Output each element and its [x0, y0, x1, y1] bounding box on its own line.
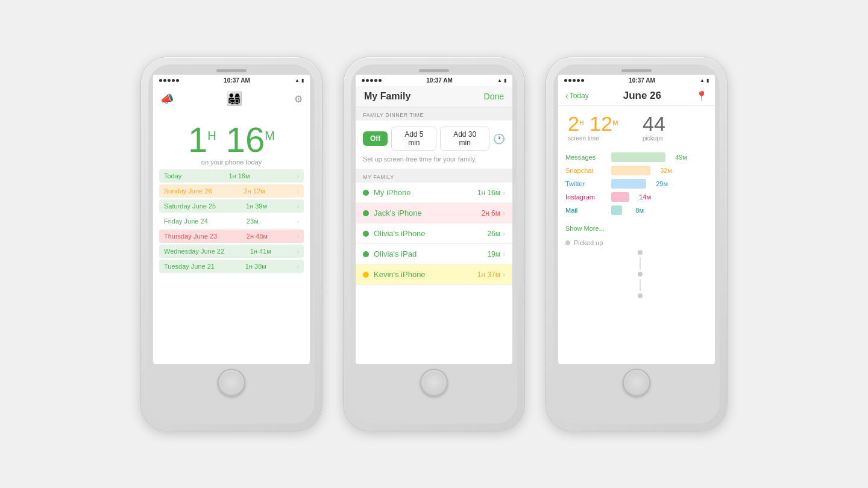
location-icon-1: ▲: [295, 78, 300, 83]
app-name-messages: Messages: [565, 154, 608, 161]
day-list: Today 1н 16м › Sunday June 26 2н 12м › S…: [153, 169, 310, 273]
megaphone-icon[interactable]: 📣: [160, 92, 174, 105]
timeline-dot-3: [638, 293, 643, 298]
family-list: My iPhone 1н 16м › Jack's iPhone 2н 6м ›…: [356, 183, 512, 285]
done-button[interactable]: Done: [484, 92, 504, 101]
location-pin-icon[interactable]: 📍: [696, 90, 708, 102]
app-time-twitter: 29м: [650, 180, 668, 187]
pickup-dot-icon: [565, 240, 570, 245]
chevron-jack: ›: [503, 209, 505, 217]
battery-icon-3: ▮: [706, 78, 709, 83]
family-name-olivia-ipad: Olivia's iPad: [374, 249, 487, 258]
dinner-section-header: FAMILY DINNER TIME: [356, 107, 512, 120]
chevron-wed: ›: [297, 248, 299, 255]
day-row-sat[interactable]: Saturday June 25 1н 39м ›: [159, 199, 304, 213]
day-row-tue[interactable]: Tuesday June 21 1н 38м ›: [159, 260, 304, 273]
family-time-kevin: 1н 37м: [477, 271, 500, 279]
header-date: June 26: [589, 90, 696, 102]
pickup-section: Picked up: [558, 234, 715, 303]
day-time-fri: 23м: [247, 217, 259, 225]
off-button[interactable]: Off: [363, 131, 388, 146]
m-label-1: M: [265, 130, 275, 142]
pickup-label: Picked up: [565, 239, 708, 246]
day-label-tue: Tuesday June 21: [164, 263, 215, 270]
chevron-sun: ›: [297, 188, 299, 195]
speaker-3: [621, 69, 652, 72]
time-2: 10:37 AM: [426, 77, 453, 84]
signal-dots-3: [564, 79, 584, 82]
family-row-olivia-iphone[interactable]: Olivia's iPhone 26м ›: [356, 224, 512, 244]
timeline-line-1: [640, 257, 641, 269]
iphone-3: 10:37 AM ▲ ▮ ‹ Today June 26 📍: [546, 57, 727, 431]
family-time-olivia-ipad: 19м: [487, 250, 500, 258]
app-bar-messages[interactable]: Messages 49м: [565, 152, 708, 162]
app-bar-instagram[interactable]: Instagram 14м: [565, 192, 708, 202]
family-section-label: MY FAMILY: [356, 169, 512, 183]
family-name-olivia-iphone: Olivia's iPhone: [374, 229, 487, 238]
app-time-mail: 8м: [626, 207, 644, 214]
show-more-button[interactable]: Show More...: [558, 222, 715, 234]
bar-instagram: [611, 192, 629, 202]
app-time-instagram: 14м: [633, 193, 651, 201]
day-time-thu: 2н 48м: [247, 233, 268, 240]
home-button-3[interactable]: [623, 369, 650, 396]
chevron-olivia-iphone: ›: [503, 230, 505, 238]
status-icons-1: ▲ ▮: [295, 78, 304, 83]
app-bar-mail[interactable]: Mail 8м: [565, 205, 708, 215]
battery-icon-2: ▮: [504, 78, 506, 83]
app-bar-twitter[interactable]: Twitter 29м: [565, 179, 708, 189]
screen-time-number: 1H 16M: [158, 122, 305, 157]
day-row-sun[interactable]: Sunday June 26 2н 12м ›: [159, 184, 304, 198]
day-row-wed[interactable]: Wednesday June 22 1н 41м ›: [159, 245, 304, 258]
chevron-myiphone: ›: [503, 189, 505, 197]
day-label-sun: Sunday June 26: [164, 187, 212, 195]
family-icon[interactable]: 👨‍👩‍👧‍👦: [226, 91, 242, 107]
nav-title-2: My Family: [364, 91, 410, 102]
status-bar-3: 10:37 AM ▲ ▮: [558, 75, 715, 86]
day-row-today[interactable]: Today 1н 16м ›: [159, 169, 304, 183]
app-bar-snapchat[interactable]: Snapchat 32м: [565, 166, 708, 175]
signal-dots-2: [362, 79, 382, 82]
pickups-stat: 44 pickups: [643, 113, 705, 142]
home-button-1[interactable]: [218, 369, 245, 396]
phone3-header: ‹ Today June 26 📍: [558, 86, 715, 106]
dot4: [172, 79, 175, 82]
speaker-2: [419, 69, 449, 72]
pickups-stat-number: 44: [643, 113, 705, 134]
settings-icon[interactable]: ⚙: [294, 93, 303, 105]
family-row-myiphone[interactable]: My iPhone 1н 16м ›: [356, 183, 512, 203]
add5-button[interactable]: Add 5 min: [391, 127, 436, 151]
home-button-2[interactable]: [420, 369, 448, 396]
bar-snapchat: [611, 166, 650, 175]
family-row-jack[interactable]: Jack's iPhone 2н 6м ›: [356, 203, 512, 224]
clock-icon[interactable]: 🕐: [493, 133, 505, 145]
add30-button[interactable]: Add 30 min: [440, 127, 489, 151]
day-row-fri[interactable]: Friday June 24 23м ›: [159, 214, 304, 228]
hours-1: 1: [188, 120, 207, 159]
dot-jack: [363, 210, 369, 216]
picked-up-text: Picked up: [574, 239, 603, 246]
timeline: [565, 250, 708, 298]
iphone-2: 10:37 AM ▲ ▮ My Family Done FAMILY DINNE…: [344, 57, 524, 431]
timeline-line-2: [640, 279, 641, 291]
screen-time-subtitle: on your phone today: [158, 158, 305, 166]
screen-time-stat-label: screen time: [568, 135, 631, 142]
h-label-1: H: [207, 130, 216, 142]
day-row-thu[interactable]: Thursday June 23 2н 48м ›: [159, 230, 304, 243]
family-row-kevin[interactable]: Kevin's iPhone 1н 37м ›: [356, 264, 512, 285]
dot-myiphone: [363, 190, 369, 196]
day-label-fri: Friday June 24: [164, 217, 208, 225]
iphone-3-inner: 10:37 AM ▲ ▮ ‹ Today June 26 📍: [553, 64, 720, 424]
dot1: [159, 79, 162, 82]
toggle-row: Off Add 5 min Add 30 min 🕐: [363, 127, 505, 151]
dinner-desc: Set up screen-free time for your family.: [363, 155, 505, 163]
back-button[interactable]: ‹ Today: [565, 91, 589, 101]
day-time-wed: 1н 41м: [250, 248, 271, 255]
day-time-tue: 1н 38м: [245, 263, 266, 270]
family-row-olivia-ipad[interactable]: Olivia's iPad 19м ›: [356, 244, 512, 264]
iphone-2-inner: 10:37 AM ▲ ▮ My Family Done FAMILY DINNE…: [351, 64, 517, 424]
chevron-tue: ›: [297, 263, 299, 270]
iphone-1: 10:37 AM ▲ ▮ 📣 👨‍👩‍👧‍👦 ⚙ 1H 1: [141, 57, 322, 431]
app-time-messages: 49м: [669, 154, 687, 161]
family-name-kevin: Kevin's iPhone: [374, 270, 477, 279]
